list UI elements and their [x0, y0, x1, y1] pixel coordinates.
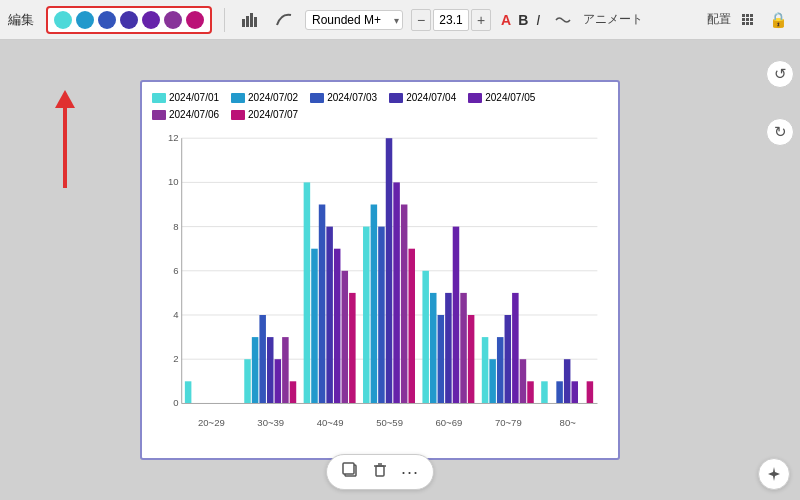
legend-label: 2024/07/03 — [327, 92, 377, 103]
bottom-toolbar: ··· — [326, 454, 434, 490]
bar — [541, 381, 548, 403]
bar — [363, 227, 370, 404]
svg-text:60~69: 60~69 — [436, 418, 463, 428]
bar — [326, 227, 333, 404]
svg-rect-37 — [343, 463, 354, 474]
swatch-indigo[interactable] — [120, 11, 138, 29]
toolbar-right: 配置 🔒 — [707, 9, 792, 31]
svg-text:40~49: 40~49 — [317, 418, 344, 428]
sparkle-button[interactable] — [758, 458, 790, 490]
bold-button[interactable]: B — [515, 11, 531, 29]
refresh-button[interactable]: ↺ — [766, 60, 794, 88]
bar — [282, 337, 289, 403]
rotate-icon: ↻ — [774, 123, 787, 141]
bar — [564, 359, 571, 403]
font-size-input[interactable] — [433, 9, 469, 31]
main-area: 2024/07/012024/07/022024/07/032024/07/04… — [0, 40, 800, 500]
legend-item: 2024/07/06 — [152, 109, 219, 120]
legend-item: 2024/07/02 — [231, 92, 298, 103]
bar — [430, 293, 437, 403]
swatch-purple2[interactable] — [164, 11, 182, 29]
svg-text:70~79: 70~79 — [495, 418, 522, 428]
chart-type-bar-button[interactable] — [237, 9, 263, 31]
svg-rect-1 — [246, 16, 249, 27]
bar — [497, 337, 504, 403]
swatch-cyan[interactable] — [54, 11, 72, 29]
svg-rect-7 — [742, 18, 745, 21]
main-toolbar: 編集 Rounded M+ − + A B I — [0, 0, 800, 40]
bar — [275, 359, 282, 403]
bar — [587, 381, 594, 403]
swatch-blue1[interactable] — [76, 11, 94, 29]
svg-rect-10 — [742, 22, 745, 25]
arrange-label[interactable]: 配置 — [707, 11, 731, 28]
grid-icon-button[interactable] — [737, 11, 759, 29]
chart-container[interactable]: 2024/07/012024/07/022024/07/032024/07/04… — [140, 80, 620, 460]
bar — [267, 337, 274, 403]
svg-text:8: 8 — [173, 222, 178, 232]
size-decrease-button[interactable]: − — [411, 9, 431, 31]
bar — [311, 249, 318, 404]
legend-label: 2024/07/02 — [248, 92, 298, 103]
copy-icon — [341, 461, 359, 479]
bar — [505, 315, 512, 403]
legend-color — [310, 93, 324, 103]
font-color-indicator[interactable]: A — [499, 12, 513, 28]
wave-icon — [555, 12, 571, 28]
bar — [378, 227, 385, 404]
right-panel: ↺ ↻ — [760, 40, 800, 500]
svg-rect-2 — [250, 13, 253, 27]
refresh-icon: ↺ — [774, 65, 787, 83]
lock-button[interactable]: 🔒 — [765, 9, 792, 31]
canvas-area: 2024/07/012024/07/022024/07/032024/07/04… — [0, 40, 760, 500]
svg-text:10: 10 — [168, 178, 179, 188]
sparkle-icon — [765, 465, 783, 483]
trash-icon — [371, 461, 389, 479]
bar — [244, 359, 251, 403]
animate-icon-button[interactable] — [551, 10, 575, 30]
svg-rect-38 — [376, 466, 384, 476]
sep1 — [224, 8, 225, 32]
legend-label: 2024/07/05 — [485, 92, 535, 103]
svg-rect-8 — [746, 18, 749, 21]
bar — [408, 249, 415, 404]
font-selector-wrap: Rounded M+ — [305, 10, 403, 30]
legend-color — [152, 93, 166, 103]
copy-button[interactable] — [339, 459, 361, 485]
svg-rect-4 — [742, 14, 745, 17]
bar — [371, 205, 378, 404]
svg-text:50~59: 50~59 — [376, 418, 403, 428]
bar — [304, 182, 311, 403]
bar — [259, 315, 266, 403]
curve-button[interactable] — [271, 9, 297, 31]
italic-button[interactable]: I — [533, 11, 543, 29]
bar — [468, 315, 475, 403]
more-options-button[interactable]: ··· — [399, 460, 421, 485]
legend-label: 2024/07/01 — [169, 92, 219, 103]
bar — [349, 293, 356, 403]
legend-color — [231, 110, 245, 120]
bar — [422, 271, 429, 404]
svg-rect-0 — [242, 19, 245, 27]
legend-color — [152, 110, 166, 120]
swatch-purple1[interactable] — [142, 11, 160, 29]
bar — [512, 293, 519, 403]
legend-label: 2024/07/07 — [248, 109, 298, 120]
bar — [527, 381, 534, 403]
svg-text:12: 12 — [168, 133, 179, 143]
color-swatches-panel — [46, 6, 212, 34]
legend-label: 2024/07/04 — [406, 92, 456, 103]
bar — [334, 249, 341, 404]
bar — [401, 205, 408, 404]
swatch-blue2[interactable] — [98, 11, 116, 29]
delete-button[interactable] — [369, 459, 391, 485]
bar — [290, 381, 297, 403]
size-increase-button[interactable]: + — [471, 9, 491, 31]
bar — [460, 293, 467, 403]
swatch-magenta[interactable] — [186, 11, 204, 29]
rotate-button[interactable]: ↻ — [766, 118, 794, 146]
legend-item: 2024/07/04 — [389, 92, 456, 103]
bar — [445, 293, 452, 403]
font-selector[interactable]: Rounded M+ — [305, 10, 403, 30]
svg-rect-11 — [746, 22, 749, 25]
